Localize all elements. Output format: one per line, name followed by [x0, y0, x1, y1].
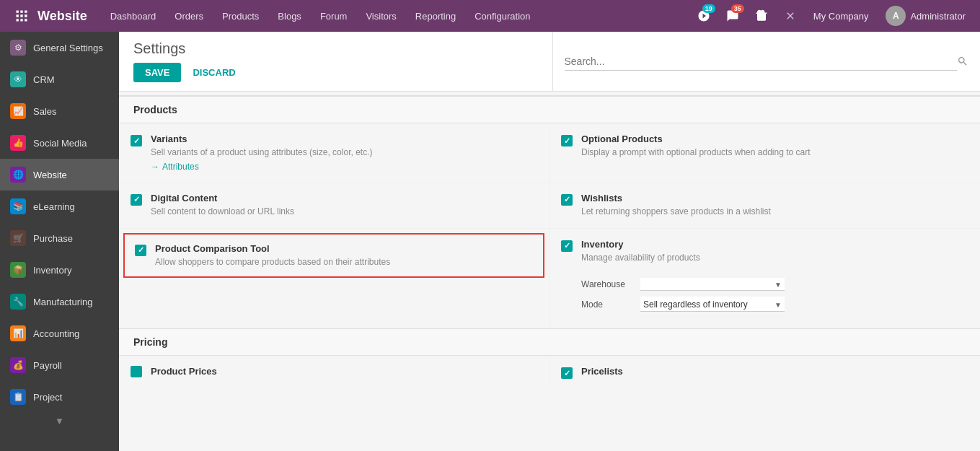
product-comparison-setting: Product Comparison Tool Allow shoppers t… [123, 233, 544, 279]
close-icon-btn[interactable] [779, 4, 802, 27]
inventory-setting: Inventory Manage availability of product… [549, 229, 980, 328]
sidebar-item-website[interactable]: 🌐 Website [0, 159, 119, 191]
sidebar-item-project[interactable]: 📋 Project [0, 381, 119, 413]
social-media-icon: 👍 [10, 135, 26, 151]
project-icon: 📋 [10, 389, 26, 405]
inventory-header-row: Inventory Manage availability of product… [561, 239, 968, 264]
sidebar-item-general-settings[interactable]: ⚙ General Settings [0, 32, 119, 64]
products-settings-grid: Variants Sell variants of a product usin… [119, 123, 980, 328]
warehouse-field: Warehouse ▼ [581, 278, 968, 291]
nav-configuration[interactable]: Configuration [466, 5, 539, 27]
warehouse-label: Warehouse [581, 279, 632, 289]
digital-content-desc: Sell content to download or URL links [151, 206, 537, 218]
pricelists-setting: Pricelists [549, 356, 980, 389]
app-menu-button[interactable] [9, 3, 35, 29]
nav-blogs[interactable]: Blogs [269, 5, 310, 27]
inventory-name: Inventory [581, 239, 968, 250]
variants-link[interactable]: Attributes [151, 162, 199, 172]
sidebar-label-purchase: Purchase [33, 233, 73, 244]
page-layout: ⚙ General Settings 👁 CRM 📈 Sales 👍 Socia… [0, 32, 980, 451]
sidebar-item-accounting[interactable]: 📊 Accounting [0, 318, 119, 349]
sidebar-label-payroll: Payroll [33, 360, 62, 371]
website-icon: 🌐 [10, 167, 26, 183]
nav-dashboard[interactable]: Dashboard [102, 5, 165, 27]
variants-setting: Variants Sell variants of a product usin… [119, 123, 549, 183]
search-icon [957, 56, 968, 67]
product-prices-name: Product Prices [151, 366, 537, 377]
inventory-sub-fields: Warehouse ▼ Mode Sell regardless of inve… [561, 278, 968, 318]
wishlists-checkbox[interactable] [561, 194, 573, 206]
nav-reporting[interactable]: Reporting [407, 5, 464, 27]
sidebar-item-sales[interactable]: 📈 Sales [0, 95, 119, 127]
nav-links: Dashboard Orders Products Blogs Forum Vi… [102, 5, 692, 27]
messages-icon-btn[interactable]: 35 [721, 4, 744, 27]
sidebar: ⚙ General Settings 👁 CRM 📈 Sales 👍 Socia… [0, 32, 119, 451]
product-prices-checkbox[interactable] [131, 366, 142, 377]
sidebar-item-social-media[interactable]: 👍 Social Media [0, 127, 119, 159]
sidebar-label-project: Project [33, 392, 62, 403]
wishlists-name: Wishlists [581, 193, 968, 203]
variants-desc: Sell variants of a product using attribu… [151, 146, 537, 159]
search-container [552, 32, 981, 91]
product-comparison-checkbox[interactable] [135, 245, 146, 256]
digital-content-checkbox[interactable] [131, 194, 142, 206]
company-selector[interactable]: My Company [808, 8, 875, 25]
inventory-desc: Manage availability of products [581, 252, 968, 264]
user-menu[interactable]: A Administrator [880, 3, 971, 29]
warehouse-select[interactable]: ▼ [640, 278, 785, 291]
sidebar-item-crm[interactable]: 👁 CRM [0, 64, 119, 95]
crm-icon: 👁 [10, 71, 26, 87]
sidebar-item-inventory[interactable]: 📦 Inventory [0, 254, 119, 286]
settings-header-row: Settings SAVE DISCARD [119, 32, 980, 92]
nav-right-actions: 19 35 My Company A Administrator [692, 3, 971, 29]
search-input[interactable] [565, 53, 958, 71]
sidebar-item-elearning[interactable]: 📚 eLearning [0, 191, 119, 222]
wishlists-info: Wishlists Let returning shoppers save pr… [581, 193, 968, 218]
inventory-icon: 📦 [10, 262, 26, 278]
inventory-checkbox[interactable] [561, 240, 573, 252]
sidebar-label-crm: CRM [33, 74, 55, 85]
sidebar-label-sales: Sales [33, 106, 57, 117]
activity-icon-btn[interactable]: 19 [692, 4, 715, 27]
gift-icon-btn[interactable] [750, 4, 773, 27]
mode-label: Mode [581, 299, 632, 310]
mode-dropdown-arrow: ▼ [774, 301, 782, 309]
top-navigation: Website Dashboard Orders Products Blogs … [0, 0, 980, 32]
pricelists-checkbox[interactable] [561, 367, 573, 379]
warehouse-dropdown-arrow: ▼ [774, 281, 782, 289]
manufacturing-icon: 🔧 [10, 294, 26, 310]
sidebar-scroll-down[interactable]: ▼ [0, 413, 119, 429]
main-area: Settings SAVE DISCARD Products [119, 32, 980, 451]
sidebar-label-inventory: Inventory [33, 265, 71, 276]
sidebar-item-payroll[interactable]: 💰 Payroll [0, 349, 119, 381]
nav-visitors[interactable]: Visitors [357, 5, 405, 27]
pricing-settings-grid: Product Prices Pricelists [119, 356, 980, 389]
pricing-section-header: Pricing [119, 328, 980, 356]
discard-button[interactable]: DISCARD [187, 63, 241, 82]
nav-forum[interactable]: Forum [312, 5, 356, 27]
nav-orders[interactable]: Orders [166, 5, 212, 27]
mode-select[interactable]: Sell regardless of inventory ▼ [640, 297, 785, 312]
product-prices-info: Product Prices [151, 366, 537, 379]
sidebar-label-manufacturing: Manufacturing [33, 297, 92, 307]
digital-content-info: Digital Content Sell content to download… [151, 193, 537, 218]
product-comparison-desc: Allow shoppers to compare products based… [155, 256, 533, 268]
messages-badge: 35 [731, 4, 744, 13]
sidebar-label-accounting: Accounting [33, 328, 79, 339]
wishlists-setting: Wishlists Let returning shoppers save pr… [549, 183, 980, 229]
elearning-icon: 📚 [10, 198, 26, 214]
nav-products[interactable]: Products [213, 5, 268, 27]
sales-icon: 📈 [10, 103, 26, 119]
settings-header-left: Settings SAVE DISCARD [119, 32, 552, 91]
page-title: Settings [133, 40, 538, 57]
mode-field: Mode Sell regardless of inventory ▼ [581, 297, 968, 312]
sidebar-item-purchase[interactable]: 🛒 Purchase [0, 222, 119, 254]
variants-info: Variants Sell variants of a product usin… [151, 133, 537, 172]
optional-products-checkbox[interactable] [561, 135, 573, 146]
variants-checkbox[interactable] [131, 135, 142, 146]
sidebar-item-manufacturing[interactable]: 🔧 Manufacturing [0, 286, 119, 318]
optional-products-desc: Display a prompt with optional products … [581, 146, 968, 159]
content-wrapper: Products Variants Sell variants of a pro… [119, 92, 980, 451]
save-button[interactable]: SAVE [133, 63, 181, 82]
optional-products-info: Optional Products Display a prompt with … [581, 133, 968, 159]
